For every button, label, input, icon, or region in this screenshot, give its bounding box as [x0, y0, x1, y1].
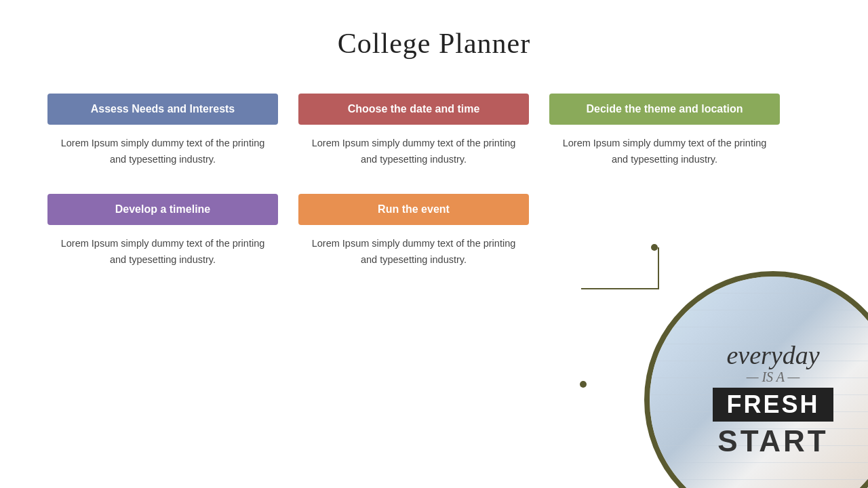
card-body-3: Lorem Ipsum simply dummy text of the pri…	[549, 125, 780, 174]
cards-container: Assess Needs and Interests Lorem Ipsum s…	[0, 60, 868, 274]
connector-line-h	[581, 288, 659, 289]
card-header-text-2: Choose the date and time	[348, 103, 480, 115]
card-header-4: Develop a timeline	[47, 194, 278, 225]
circle-text-fresh: FRESH	[713, 388, 833, 422]
connector-dot-2	[580, 381, 587, 388]
card-header-2: Choose the date and time	[298, 94, 529, 125]
connector-dot-1	[651, 244, 658, 251]
card-header-text-5: Run the event	[378, 203, 450, 215]
page-title: College Planner	[0, 0, 868, 60]
card-choose-date: Choose the date and time Lorem Ipsum sim…	[298, 94, 529, 174]
card-header-5: Run the event	[298, 194, 529, 225]
circle-text-is-a: — IS A —	[713, 369, 833, 385]
circle-content: everyday — IS A — FRESH START	[713, 342, 833, 459]
card-header-text-1: Assess Needs and Interests	[91, 103, 235, 115]
circle-image-inner: everyday — IS A — FRESH START	[650, 277, 868, 488]
circle-text-everyday: everyday	[713, 342, 833, 370]
cards-row-1: Assess Needs and Interests Lorem Ipsum s…	[47, 94, 821, 174]
card-body-1: Lorem Ipsum simply dummy text of the pri…	[47, 125, 278, 174]
card-run-event: Run the event Lorem Ipsum simply dummy t…	[298, 194, 529, 274]
card-header-3: Decide the theme and location	[549, 94, 780, 125]
card-header-text-3: Decide the theme and location	[586, 103, 743, 115]
circle-image: everyday — IS A — FRESH START	[644, 271, 868, 488]
card-body-5: Lorem Ipsum simply dummy text of the pri…	[298, 225, 529, 274]
card-body-2: Lorem Ipsum simply dummy text of the pri…	[298, 125, 529, 174]
cards-row-2: Develop a timeline Lorem Ipsum simply du…	[47, 194, 821, 274]
card-body-4: Lorem Ipsum simply dummy text of the pri…	[47, 225, 278, 274]
circle-text-start: START	[713, 424, 833, 458]
card-assess-needs: Assess Needs and Interests Lorem Ipsum s…	[47, 94, 278, 174]
card-header-text-4: Develop a timeline	[115, 203, 211, 215]
card-header-1: Assess Needs and Interests	[47, 94, 278, 125]
card-decide-theme: Decide the theme and location Lorem Ipsu…	[549, 94, 780, 174]
card-develop-timeline: Develop a timeline Lorem Ipsum simply du…	[47, 194, 278, 274]
